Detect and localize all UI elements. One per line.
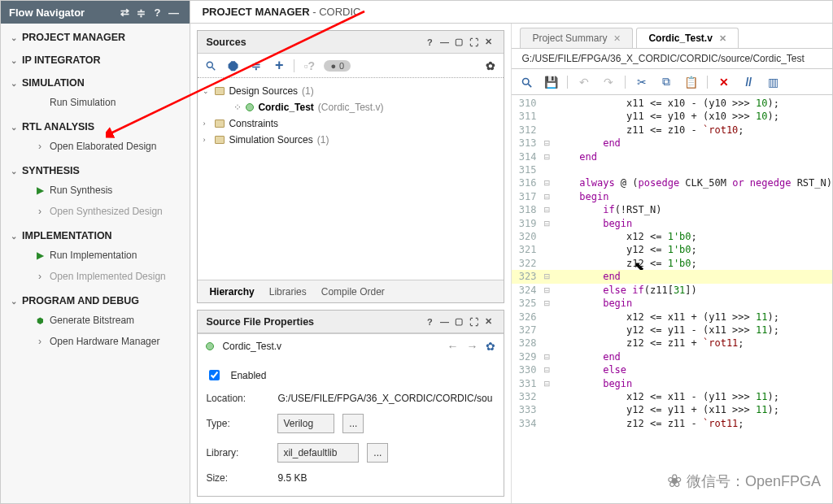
nav-item[interactable]: ▶Run Synthesis <box>1 180 190 201</box>
save-icon[interactable]: 💾 <box>543 76 559 89</box>
code-line[interactable]: 323⊟ end <box>512 270 832 283</box>
enabled-checkbox[interactable] <box>209 370 220 380</box>
code-line[interactable]: 326 x12 <= x11 + (y11 >>> 11); <box>512 311 832 324</box>
type-browse-button[interactable]: ... <box>342 414 364 433</box>
nav-item[interactable]: ›Open Synthesized Design <box>1 201 190 222</box>
nav-item[interactable]: ›Open Elaborated Design <box>1 136 190 157</box>
type-field[interactable]: Verilog <box>277 414 334 433</box>
code-line[interactable]: 334 z12 <= z11 - `rot11; <box>512 417 832 430</box>
code-line[interactable]: 315 <box>512 163 832 176</box>
cut-icon[interactable]: ✂ <box>634 76 650 89</box>
close-icon[interactable]: ✕ <box>481 37 495 47</box>
nav-section[interactable]: ⌄ PROJECT MANAGER <box>1 24 190 46</box>
maximize-icon[interactable]: ⛶ <box>466 317 481 327</box>
settings-icon[interactable]: ✿ <box>482 58 499 74</box>
design-sources-node[interactable]: ⌄ Design Sources (1) <box>201 83 500 99</box>
close-icon[interactable]: ✕ <box>613 33 621 44</box>
code-line[interactable]: 330⊟ else <box>512 363 832 376</box>
code-line[interactable]: 331⊟ begin <box>512 377 832 390</box>
pm-project: - CORDIC <box>310 6 361 18</box>
nav-item[interactable]: ▶Run Implementation <box>1 245 190 266</box>
doc-icon[interactable]: ▫? <box>301 58 317 74</box>
tab-hierarchy[interactable]: Hierarchy <box>209 286 254 298</box>
expand-icon[interactable]: ≑ <box>133 7 149 19</box>
nav-item[interactable]: ›Open Hardware Manager <box>1 331 190 352</box>
code-line[interactable]: 333 y12 <= y11 + (x11 >>> 11); <box>512 403 832 416</box>
top-module-node[interactable]: ⁘ Cordic_Test (Cordic_Test.v) <box>201 99 500 115</box>
sim-sources-node[interactable]: › Simulation Sources (1) <box>201 132 500 148</box>
restore-icon[interactable]: ▢ <box>451 316 466 327</box>
nav-item[interactable]: Run Simulation <box>1 92 190 113</box>
search-icon[interactable] <box>203 58 219 74</box>
maximize-icon[interactable]: ⛶ <box>466 37 481 47</box>
nav-section[interactable]: ⌄ RTL ANALYSIS <box>1 113 190 136</box>
code-line[interactable]: 312 z11 <= z10 - `rot10; <box>512 124 832 137</box>
settings-icon[interactable]: ✿ <box>486 340 495 353</box>
search-icon[interactable] <box>518 75 534 89</box>
nav-item[interactable]: ⬢Generate Bitstream <box>1 310 190 331</box>
code-line[interactable]: 321 y12 <= 1'b0; <box>512 243 832 256</box>
code-line[interactable]: 329⊟ end <box>512 350 832 363</box>
nav-section[interactable]: ⌄ SIMULATION <box>1 69 190 92</box>
library-field[interactable]: xil_defaultlib <box>277 443 359 463</box>
code-line[interactable]: 310 x11 <= x10 - (y10 >>> 10); <box>512 97 832 110</box>
code-line[interactable]: 313⊟ end <box>512 137 832 150</box>
collapse-all-icon[interactable]: ⯃ <box>225 58 242 74</box>
code-line[interactable]: 327 y12 <= y11 - (x11 >>> 11); <box>512 324 832 337</box>
code-line[interactable]: 317⊟ begin <box>512 190 832 203</box>
location-value: G:/USE/FILE/FPGA/36_X_CORDIC/CORDIC/sou <box>277 393 492 404</box>
collapse-icon[interactable]: ⇄ <box>116 7 133 19</box>
code-line[interactable]: 319⊟ begin <box>512 217 832 230</box>
code-line[interactable]: 328 z12 <= z11 + `rot11; <box>512 337 832 350</box>
minimize-icon[interactable]: — <box>437 317 451 327</box>
undo-icon[interactable]: ↶ <box>576 76 592 89</box>
code-line[interactable]: 311 y11 <= y10 + (x10 >>> 10); <box>512 110 832 123</box>
code-line[interactable]: 320 x12 <= 1'b0; <box>512 230 832 243</box>
sources-tabs: Hierarchy Libraries Compile Order <box>198 280 504 302</box>
code-line[interactable]: 324⊟ else if(z11[31]) <box>512 284 832 297</box>
delete-icon[interactable]: ✕ <box>716 76 732 89</box>
nav-section[interactable]: ⌄ IP INTEGRATOR <box>1 46 190 69</box>
code-line[interactable]: 314⊟ end <box>512 150 832 163</box>
message-pill[interactable]: ● 0 <box>324 60 351 72</box>
nav-section[interactable]: ⌄ SYNTHESIS <box>1 157 190 180</box>
nav-section[interactable]: ⌄ IMPLEMENTATION <box>1 222 190 245</box>
project-manager-header: PROJECT MANAGER - CORDIC <box>190 1 832 24</box>
tab-libraries[interactable]: Libraries <box>269 286 307 298</box>
sources-tree[interactable]: ⌄ Design Sources (1) ⁘ Cordic_Test (Cord… <box>198 78 504 280</box>
code-line[interactable]: 318⊟ if(!RST_N) <box>512 203 832 216</box>
help-icon[interactable]: ? <box>149 7 165 19</box>
code-line[interactable]: 325⊟ begin <box>512 297 832 310</box>
editor-tab[interactable]: Cordic_Test.v✕ <box>636 28 738 48</box>
copy-icon[interactable]: ⧉ <box>658 75 674 89</box>
code-line[interactable]: 322 z12 <= 1'b0; <box>512 257 832 270</box>
nav-item[interactable]: ›Open Implemented Design <box>1 266 190 287</box>
prev-icon[interactable]: ← <box>447 340 458 353</box>
help-icon[interactable]: ? <box>422 37 437 47</box>
properties-file-name: Cordic_Test.v <box>222 341 281 352</box>
nav-section[interactable]: ⌄ PROGRAM AND DEBUG <box>1 287 190 310</box>
comment-icon[interactable]: // <box>740 76 757 89</box>
minimize-icon[interactable]: — <box>437 37 451 47</box>
minimize-icon[interactable]: — <box>165 7 181 19</box>
nav-header: Flow Navigator ⇄ ≑ ? — <box>1 1 190 24</box>
svg-point-0 <box>207 62 213 67</box>
columns-icon[interactable]: ▥ <box>765 76 781 89</box>
code-editor[interactable]: 310 x11 <= x10 - (y10 >>> 10);311 y11 <=… <box>512 95 832 503</box>
editor-tab[interactable]: Project Summary✕ <box>520 28 633 48</box>
redo-icon[interactable]: ↷ <box>600 76 617 89</box>
expand-icon[interactable]: ≑ <box>248 58 264 74</box>
restore-icon[interactable]: ▢ <box>451 37 466 47</box>
svg-line-3 <box>528 84 531 87</box>
code-line[interactable]: 332 x12 <= x11 - (y11 >>> 11); <box>512 390 832 403</box>
help-icon[interactable]: ? <box>422 317 437 327</box>
close-icon[interactable]: ✕ <box>719 33 726 44</box>
next-icon[interactable]: → <box>466 340 478 353</box>
close-icon[interactable]: ✕ <box>481 316 495 327</box>
library-browse-button[interactable]: ... <box>367 443 388 463</box>
code-line[interactable]: 316⊟ always @ (posedge CLK_50M or negedg… <box>512 176 832 189</box>
constraints-node[interactable]: › Constraints <box>201 115 500 132</box>
tab-compile-order[interactable]: Compile Order <box>321 286 385 298</box>
paste-icon[interactable]: 📋 <box>683 76 699 89</box>
add-source-button[interactable]: + <box>271 58 287 74</box>
